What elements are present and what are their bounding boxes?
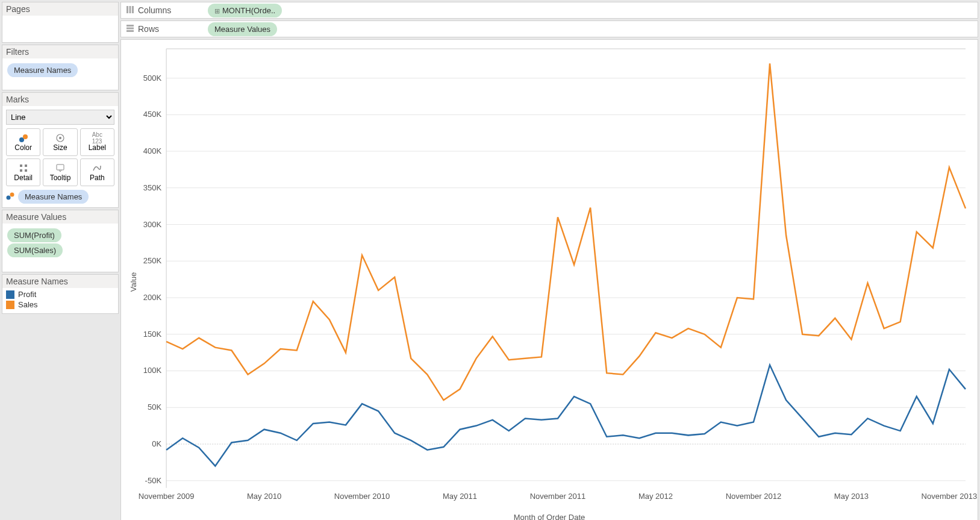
- pages-shelf[interactable]: [2, 16, 118, 42]
- color-legend-card: Measure Names ProfitSales: [2, 274, 119, 314]
- svg-text:November 2009: November 2009: [139, 492, 195, 501]
- mv-pill-sumsales[interactable]: SUM(Sales): [7, 243, 63, 257]
- svg-point-1: [23, 134, 28, 139]
- svg-text:150K: 150K: [143, 330, 162, 339]
- color-legend-header: Measure Names: [2, 275, 118, 288]
- filter-pill-measure-names[interactable]: Measure Names: [7, 63, 78, 77]
- svg-rect-8: [57, 164, 64, 170]
- svg-text:500K: 500K: [143, 74, 162, 83]
- svg-rect-12: [130, 6, 131, 13]
- svg-text:November 2011: November 2011: [530, 492, 586, 501]
- legend-item-profit[interactable]: Profit: [6, 289, 114, 299]
- svg-rect-7: [25, 169, 27, 172]
- rows-pill-measure-values[interactable]: Measure Values: [208, 22, 277, 36]
- svg-point-3: [59, 137, 61, 139]
- mark-color-button[interactable]: Color: [6, 128, 40, 156]
- measure-values-card: Measure Values SUM(Profit)SUM(Sales): [2, 210, 119, 272]
- svg-text:250K: 250K: [143, 256, 162, 265]
- rows-icon: [126, 24, 134, 34]
- measure-values-header: Measure Values: [2, 210, 118, 224]
- svg-text:May 2011: May 2011: [443, 492, 477, 501]
- svg-text:May 2010: May 2010: [247, 492, 281, 501]
- rows-shelf[interactable]: Rows Measure Values: [120, 20, 978, 37]
- marks-color-encoding[interactable]: Measure Names: [6, 190, 114, 204]
- filters-card: Filters Measure Names: [2, 45, 119, 90]
- svg-text:November 2010: November 2010: [334, 492, 390, 501]
- pages-header: Pages: [2, 2, 118, 16]
- svg-text:May 2013: May 2013: [834, 492, 869, 501]
- pages-card: Pages: [2, 2, 119, 43]
- svg-rect-14: [126, 25, 134, 27]
- plus-icon: ⊞: [214, 7, 220, 14]
- color-icon: [19, 133, 28, 143]
- svg-rect-5: [25, 164, 27, 167]
- size-icon: [55, 133, 65, 143]
- svg-text:200K: 200K: [143, 293, 162, 302]
- svg-point-9: [7, 196, 11, 200]
- columns-icon: [126, 5, 134, 16]
- mark-path-button[interactable]: Path: [80, 158, 114, 186]
- svg-text:50K: 50K: [148, 403, 161, 412]
- svg-rect-15: [126, 27, 134, 29]
- svg-text:November 2012: November 2012: [726, 492, 782, 501]
- svg-rect-13: [132, 6, 134, 13]
- svg-rect-4: [20, 164, 22, 167]
- legend-swatch: [6, 301, 14, 309]
- marks-type-select[interactable]: Line: [6, 110, 114, 125]
- mark-label-button[interactable]: Abc123Label: [80, 128, 114, 156]
- legend-swatch: [6, 290, 14, 299]
- svg-text:450K: 450K: [143, 110, 162, 119]
- svg-text:350K: 350K: [143, 183, 162, 192]
- svg-rect-11: [126, 6, 128, 13]
- rows-label: Rows: [138, 24, 159, 34]
- x-axis-title: Month of Order Date: [514, 513, 585, 520]
- svg-text:300K: 300K: [143, 220, 162, 229]
- mv-pill-sumprofit[interactable]: SUM(Profit): [7, 228, 61, 242]
- svg-text:-50K: -50K: [145, 476, 162, 485]
- marks-header: Marks: [2, 93, 118, 106]
- svg-text:May 2012: May 2012: [638, 492, 673, 501]
- series-profit: [166, 365, 966, 466]
- detail-icon: [19, 163, 28, 174]
- svg-text:100K: 100K: [143, 366, 162, 375]
- color-icon: [6, 192, 14, 202]
- legend-item-sales[interactable]: Sales: [6, 299, 114, 310]
- columns-shelf[interactable]: Columns ⊞MONTH(Orde..: [120, 2, 978, 19]
- svg-point-10: [10, 193, 14, 197]
- tooltip-icon: [55, 163, 65, 174]
- path-icon: [92, 163, 102, 174]
- svg-text:0K: 0K: [152, 439, 161, 448]
- marks-card: Marks Line ColorSizeAbc123LabelDetailToo…: [2, 92, 119, 208]
- mark-detail-button[interactable]: Detail: [6, 158, 40, 186]
- label-icon: Abc123: [92, 133, 102, 143]
- legend-list: ProfitSales: [2, 288, 118, 313]
- color-pill-measure-names[interactable]: Measure Names: [18, 190, 89, 204]
- svg-text:November 2013: November 2013: [922, 492, 978, 501]
- svg-text:400K: 400K: [143, 146, 162, 155]
- mark-size-button[interactable]: Size: [43, 128, 77, 156]
- series-sales: [166, 63, 966, 400]
- columns-pill-month[interactable]: ⊞MONTH(Orde..: [208, 4, 282, 17]
- measure-values-shelf[interactable]: SUM(Profit)SUM(Sales): [2, 224, 118, 272]
- svg-rect-6: [20, 169, 22, 172]
- line-chart: -50K0K50K100K150K200K250K300K350K400K450…: [121, 40, 978, 520]
- columns-label: Columns: [138, 5, 171, 15]
- mark-tooltip-button[interactable]: Tooltip: [43, 158, 77, 186]
- y-axis-title: Value: [129, 272, 138, 292]
- chart-viewport[interactable]: Value -50K0K50K100K150K200K250K300K350K4…: [120, 39, 978, 520]
- svg-rect-16: [126, 30, 134, 32]
- filters-header: Filters: [2, 45, 118, 58]
- filters-shelf[interactable]: Measure Names: [2, 58, 118, 90]
